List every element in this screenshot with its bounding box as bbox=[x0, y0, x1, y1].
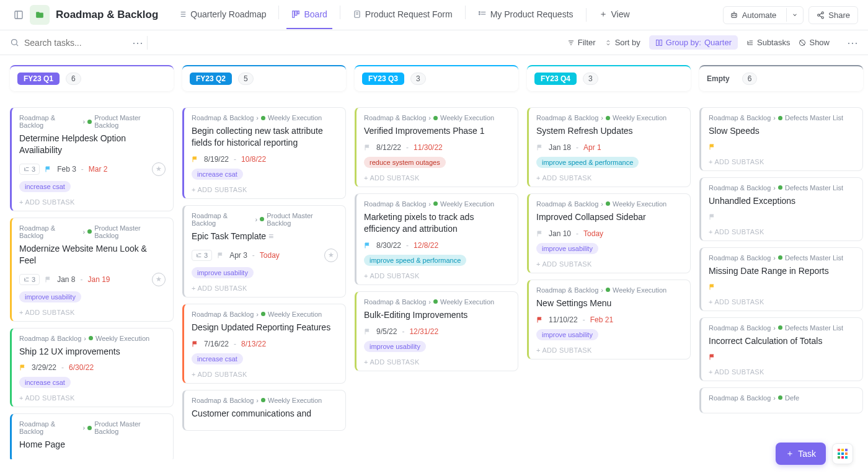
task-card[interactable]: Roadmap & Backlog › Defects Master ListM… bbox=[699, 247, 863, 311]
add-view-button[interactable]: ＋ View bbox=[593, 5, 636, 25]
task-card[interactable]: Roadmap & Backlog › Defects Master ListI… bbox=[699, 317, 863, 381]
start-date: 7/16/22 bbox=[204, 340, 229, 348]
star-icon[interactable]: ★ bbox=[324, 249, 338, 262]
new-task-button[interactable]: ＋ Task bbox=[776, 443, 826, 465]
add-subtask-button[interactable]: + ADD SUBTASK bbox=[709, 296, 855, 306]
share-button[interactable]: Share bbox=[808, 6, 858, 24]
sort-button[interactable]: Sort by bbox=[604, 38, 640, 47]
search-input[interactable] bbox=[24, 38, 123, 48]
task-card[interactable]: Roadmap & Backlog › Weekly ExecutionVeri… bbox=[355, 107, 518, 187]
tag[interactable]: increase csat bbox=[192, 353, 243, 364]
tag[interactable]: improve usability bbox=[364, 341, 426, 352]
priority-flag-icon[interactable] bbox=[709, 213, 716, 221]
tag[interactable]: increase csat bbox=[19, 377, 71, 388]
column-header[interactable]: FY23 Q16 bbox=[10, 65, 174, 91]
column-empty: Empty6Roadmap & Backlog › Defects Master… bbox=[699, 65, 863, 459]
add-subtask-button[interactable]: + ADD SUBTASK bbox=[192, 183, 338, 193]
tab-quarterly-roadmap[interactable]: Quarterly Roadmap bbox=[172, 6, 272, 24]
add-subtask-button[interactable]: + ADD SUBTASK bbox=[709, 226, 855, 236]
task-card[interactable]: Roadmap & Backlog › Weekly ExecutionMark… bbox=[355, 193, 518, 285]
add-subtask-button[interactable]: + ADD SUBTASK bbox=[19, 392, 166, 402]
tag[interactable]: increase csat bbox=[19, 181, 71, 192]
add-subtask-button[interactable]: + ADD SUBTASK bbox=[364, 172, 510, 182]
task-card[interactable]: Roadmap & Backlog › Weekly ExecutionImpr… bbox=[527, 193, 691, 273]
tag[interactable]: improve speed & performance bbox=[536, 157, 639, 168]
column-header[interactable]: Empty6 bbox=[699, 65, 863, 91]
tag[interactable]: improve usability bbox=[536, 243, 598, 254]
folder-icon bbox=[30, 5, 50, 25]
task-card[interactable]: Roadmap & Backlog › Weekly ExecutionSyst… bbox=[527, 107, 691, 187]
add-subtask-button[interactable]: + ADD SUBTASK bbox=[192, 368, 338, 378]
add-subtask-button[interactable]: + ADD SUBTASK bbox=[709, 366, 855, 376]
subtask-count[interactable]: 3 bbox=[192, 250, 212, 261]
tab-board[interactable]: Board bbox=[285, 6, 333, 24]
column-header[interactable]: FY23 Q25 bbox=[182, 65, 346, 91]
add-subtask-button[interactable]: + ADD SUBTASK bbox=[536, 258, 683, 268]
column-header[interactable]: FY23 Q43 bbox=[527, 65, 691, 91]
priority-flag-icon[interactable] bbox=[217, 252, 224, 259]
tab-product-request-form[interactable]: Product Request Form bbox=[347, 6, 459, 24]
task-card[interactable]: Roadmap & Backlog › Weekly ExecutionShip… bbox=[10, 328, 174, 408]
app-grid-icon[interactable] bbox=[832, 443, 853, 464]
breadcrumb: Roadmap & Backlog › Product Master Backl… bbox=[19, 420, 166, 435]
tag[interactable]: improve speed & performance bbox=[364, 255, 466, 266]
add-subtask-button[interactable]: + ADD SUBTASK bbox=[364, 356, 510, 366]
chevron-down-icon[interactable] bbox=[786, 8, 803, 22]
priority-flag-icon[interactable] bbox=[709, 353, 716, 361]
task-card[interactable]: Roadmap & Backlog › Product Master Backl… bbox=[10, 107, 174, 211]
task-card[interactable]: Roadmap & Backlog › Product Master Backl… bbox=[10, 218, 174, 322]
task-card[interactable]: Roadmap & Backlog › Weekly ExecutionNew … bbox=[527, 280, 691, 359]
priority-flag-icon[interactable] bbox=[192, 156, 199, 163]
priority-flag-icon[interactable] bbox=[536, 230, 544, 237]
show-button[interactable]: Show bbox=[799, 38, 830, 47]
priority-flag-icon[interactable] bbox=[536, 316, 544, 324]
filter-button[interactable]: Filter bbox=[567, 38, 596, 47]
task-card[interactable]: Roadmap & Backlog › Weekly ExecutionBulk… bbox=[355, 291, 518, 371]
star-icon[interactable]: ★ bbox=[152, 162, 166, 176]
column-header[interactable]: FY23 Q33 bbox=[355, 65, 518, 91]
subtask-count[interactable]: 3 bbox=[19, 164, 40, 175]
priority-flag-icon[interactable] bbox=[364, 144, 371, 151]
priority-flag-icon[interactable] bbox=[709, 143, 716, 151]
tag[interactable]: increase csat bbox=[192, 169, 243, 180]
priority-flag-icon[interactable] bbox=[364, 328, 371, 335]
priority-flag-icon[interactable] bbox=[45, 276, 52, 283]
tag[interactable]: improve usability bbox=[536, 329, 598, 340]
priority-flag-icon[interactable] bbox=[19, 364, 27, 371]
add-subtask-button[interactable]: + ADD SUBTASK bbox=[709, 156, 855, 165]
task-card[interactable]: Roadmap & Backlog › Defects Master ListU… bbox=[699, 177, 863, 241]
automate-button[interactable]: Automate bbox=[723, 6, 804, 24]
priority-flag-icon[interactable] bbox=[536, 144, 544, 151]
tab-my-product-requests[interactable]: My Product Requests bbox=[472, 6, 580, 24]
priority-flag-icon[interactable] bbox=[364, 242, 371, 249]
tag[interactable]: improve usability bbox=[19, 291, 81, 302]
breadcrumb: Roadmap & Backlog › Product Master Backl… bbox=[192, 212, 338, 227]
add-subtask-button[interactable]: + ADD SUBTASK bbox=[19, 196, 166, 206]
task-card[interactable]: Roadmap & Backlog › Product Master Backl… bbox=[182, 205, 346, 298]
add-subtask-button[interactable]: + ADD SUBTASK bbox=[192, 282, 338, 292]
task-card[interactable]: Roadmap & Backlog › Defe bbox=[699, 387, 863, 413]
tag[interactable]: improve usability bbox=[192, 267, 254, 278]
subtask-count[interactable]: 3 bbox=[19, 274, 40, 285]
tag[interactable]: reduce system outages bbox=[364, 157, 446, 168]
group-by-button[interactable]: Group by: Quarter bbox=[649, 35, 738, 50]
task-card[interactable]: Roadmap & Backlog › Defects Master ListS… bbox=[699, 107, 863, 171]
subtasks-button[interactable]: Subtasks bbox=[746, 38, 790, 47]
search-icon[interactable] bbox=[10, 38, 19, 47]
svg-rect-32 bbox=[656, 40, 658, 45]
sidebar-toggle-icon[interactable] bbox=[10, 6, 27, 24]
add-subtask-button[interactable]: + ADD SUBTASK bbox=[364, 270, 510, 280]
add-subtask-button[interactable]: + ADD SUBTASK bbox=[19, 306, 166, 316]
task-card[interactable]: Roadmap & Backlog › Product Master Backl… bbox=[10, 413, 174, 459]
task-card[interactable]: Roadmap & Backlog › Weekly ExecutionBegi… bbox=[182, 107, 346, 199]
priority-flag-icon[interactable] bbox=[45, 165, 52, 173]
toolbar-more-icon[interactable]: ⋯ bbox=[847, 36, 858, 50]
star-icon[interactable]: ★ bbox=[152, 273, 166, 286]
task-card[interactable]: Roadmap & Backlog › Weekly ExecutionDesi… bbox=[182, 304, 346, 384]
more-icon[interactable]: ⋯ bbox=[132, 36, 143, 50]
priority-flag-icon[interactable] bbox=[709, 283, 716, 291]
add-subtask-button[interactable]: + ADD SUBTASK bbox=[536, 344, 683, 354]
task-card[interactable]: Roadmap & Backlog › Weekly ExecutionCust… bbox=[182, 390, 346, 431]
add-subtask-button[interactable]: + ADD SUBTASK bbox=[536, 172, 683, 182]
priority-flag-icon[interactable] bbox=[192, 340, 199, 348]
